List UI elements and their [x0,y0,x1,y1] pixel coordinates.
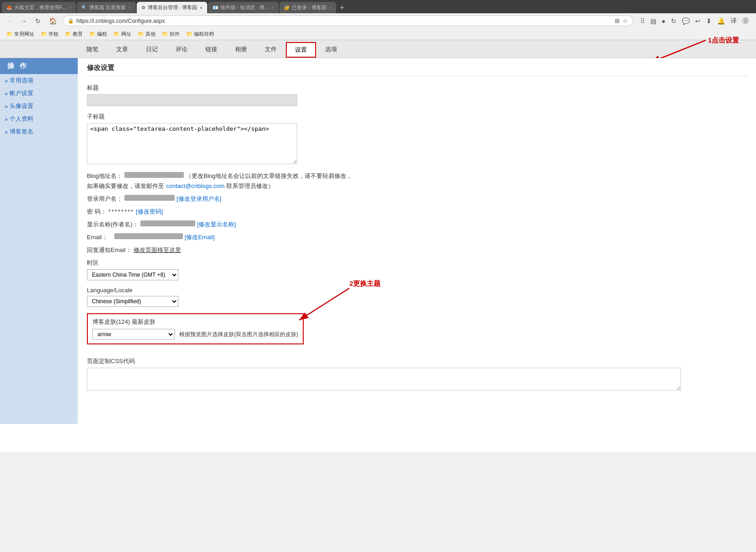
title-label: 标题 [87,84,747,92]
modify-password-link[interactable]: [修改密码] [136,208,163,216]
nav-tab-notes[interactable]: 随笔 [78,42,107,58]
language-select[interactable]: Chinese (Simplified) [87,296,178,307]
nav-tab-diary[interactable]: 日记 [137,42,166,58]
tab-close-2[interactable]: × [128,5,131,11]
login-label: 登录用户名： [87,195,123,203]
tab-favicon-3: ⚙ [141,5,145,10]
blog-contact-email-link[interactable]: contact@cnblogs.com [166,182,225,189]
chat-icon[interactable]: 💬 [680,16,692,26]
tab-inbox[interactable]: 📧 收件箱 - 短消息 - 博... × [208,2,279,13]
blog-address-note2a: 如果确实要修改，请发邮件至 [87,182,164,190]
reader-view-icon[interactable]: ▤ [649,16,658,26]
email-label: Email： [87,233,108,241]
main-content: 修改设置 标题 子标题 <span class="textarea-conten… [78,58,756,424]
browser-chrome: 🦊 火狐主页，推荐使用F... × 🔍 博客园 百度搜索 × ⚙ 博客后台管理 … [0,0,756,40]
sidebar-item-account[interactable]: 帐户设置 [0,87,78,100]
back-button[interactable]: ← [4,16,15,26]
tab-close-5[interactable]: × [329,5,332,11]
password-label: 密 码： [87,208,107,216]
skin-select[interactable]: arrow [92,329,175,340]
email-row: Email： [修改Email] [87,233,747,241]
browser-toolbar-icons: ⠿ ▤ ● ↻ 💬 ↩ ⬇ 🔔 译 Ⓑ [637,16,752,26]
subtitle-textarea[interactable]: <span class="textarea-content-placeholde… [87,123,297,164]
sync-icon[interactable]: ↻ [669,16,678,26]
password-row: 密 码： ******** [修改密码] [87,208,747,216]
tab-favicon-4: 📧 [213,5,218,10]
new-tab-button[interactable]: + [337,4,347,12]
bookmark-star-icon[interactable]: ☆ [622,17,628,24]
refresh-button[interactable]: ↻ [33,16,43,26]
svg-text:2更换主题: 2更换主题 [349,279,381,287]
modify-email-link[interactable]: [修改Email] [185,233,215,241]
nav-tab-album[interactable]: 相册 [226,42,256,58]
blog-address-label: Blog地址名： [87,172,123,180]
nav-tab-options[interactable]: 选项 [316,42,346,58]
extensions-icon[interactable]: ⠿ [638,16,647,26]
skin-section: 博客皮肤(124) 最新皮肤 arrow 根据预览图片选择皮肤(双击图片选择相应… [87,313,304,344]
tab-close-3[interactable]: × [199,5,202,11]
sidebar-item-profile[interactable]: 个人资料 [0,113,78,125]
bing-icon[interactable]: Ⓑ [740,16,751,26]
tab-cnblogs-admin[interactable]: ⚙ 博客后台管理 - 博客园 × [137,2,207,13]
address-bar-row: ← → ↻ 🏠 🔒 ⊞ ☆ ⠿ ▤ ● ↻ 💬 ↩ ⬇ 🔔 译 Ⓑ [0,13,756,28]
skin-section-title: 博客皮肤(124) 最新皮肤 [92,318,298,326]
notify-email-link[interactable]: 修改页面移至这里 [134,246,181,254]
tab-firefox[interactable]: 🦊 火狐主页，推荐使用F... × [2,2,76,13]
tab-logged-in[interactable]: 🔐 已登录 - 博客园 × [279,2,336,13]
bookmark-programming[interactable]: 📁 编程 [86,30,110,38]
forward-button[interactable]: → [18,16,29,26]
bookmark-changyong[interactable]: 📁 常用网址 [4,30,37,38]
nav-tab-articles[interactable]: 文章 [107,42,137,58]
bookmark-other[interactable]: 📁 其他 [135,30,158,38]
sidebar-link-account[interactable]: 帐户设置 [5,89,78,97]
home-button[interactable]: 🏠 [47,16,59,26]
nav-tab-settings[interactable]: 设置 [286,42,316,58]
folder-icon-2: 📁 [41,31,47,37]
title-input[interactable] [87,94,297,106]
notifications-icon[interactable]: 🔔 [715,16,727,26]
sidebar-link-signature[interactable]: 博客签名 [5,128,78,136]
subtitle-section: 子标题 <span class="textarea-content-placeh… [87,113,747,166]
tab-close-1[interactable]: × [69,5,71,11]
sidebar-menu: 常用选项 帐户设置 头像设置 个人资料 博客签名 [0,74,78,138]
sidebar-item-common-options[interactable]: 常用选项 [0,74,78,87]
bookmark-archive[interactable]: 📁 编程存档 [183,30,217,38]
sidebar-item-avatar[interactable]: 头像设置 [0,100,78,113]
download-icon[interactable]: ⬇ [704,16,713,26]
bookmarks-bar: 📁 常用网址 📁 学校 📁 教育 📁 编程 📁 网址 📁 其他 📁 软件 📁 [0,28,756,40]
timezone-label: 时区 [87,259,747,267]
page-title-section: 修改设置 [87,58,747,76]
bookmark-school[interactable]: 📁 学校 [38,30,61,38]
main-nav: 随笔 文章 日记 评论 链接 相册 文件 设置 [0,40,756,58]
nav-tab-files[interactable]: 文件 [256,42,285,58]
sidebar-link-avatar[interactable]: 头像设置 [5,102,78,110]
bookmark-software[interactable]: 📁 软件 [159,30,182,38]
login-value [124,195,175,201]
tab-favicon-1: 🦊 [6,5,12,10]
nav-tab-comments[interactable]: 评论 [167,42,196,58]
layout: 操 作 常用选项 帐户设置 头像设置 个人资料 博客签名 [0,58,756,424]
blog-address-note2b: 联系管理员修改） [226,182,274,190]
sidebar-link-common-options[interactable]: 常用选项 [5,76,78,85]
history-icon[interactable]: ↩ [693,16,702,26]
bookmark-website[interactable]: 📁 网址 [111,30,134,38]
folder-icon-3: 📁 [65,31,71,37]
tab-bar: 🦊 火狐主页，推荐使用F... × 🔍 博客园 百度搜索 × ⚙ 博客后台管理 … [0,0,756,13]
password-asterisks: ******** [108,208,134,215]
address-input[interactable] [76,18,612,24]
language-select-row: Chinese (Simplified) [87,296,747,307]
translate-icon[interactable]: 译 [729,16,739,26]
modify-login-link[interactable]: [修改登录用户名] [177,195,221,203]
tab-baidu[interactable]: 🔍 博客园 百度搜索 × [77,2,136,13]
css-textarea[interactable] [87,368,681,391]
sidebar-item-signature[interactable]: 博客签名 [0,125,78,138]
nav-tab-links[interactable]: 链接 [197,42,226,58]
sidebar-link-profile[interactable]: 个人资料 [5,115,78,123]
bookmark-education[interactable]: 📁 教育 [62,30,86,38]
firefox-account-icon[interactable]: ● [660,16,667,26]
timezone-select[interactable]: Eastern China Time (GMT +8) [87,269,178,280]
folder-icon-6: 📁 [138,31,144,37]
modify-display-link[interactable]: [修改显示名称] [197,220,236,229]
reader-icon[interactable]: ⊞ [615,17,620,24]
tab-close-4[interactable]: × [271,5,274,11]
